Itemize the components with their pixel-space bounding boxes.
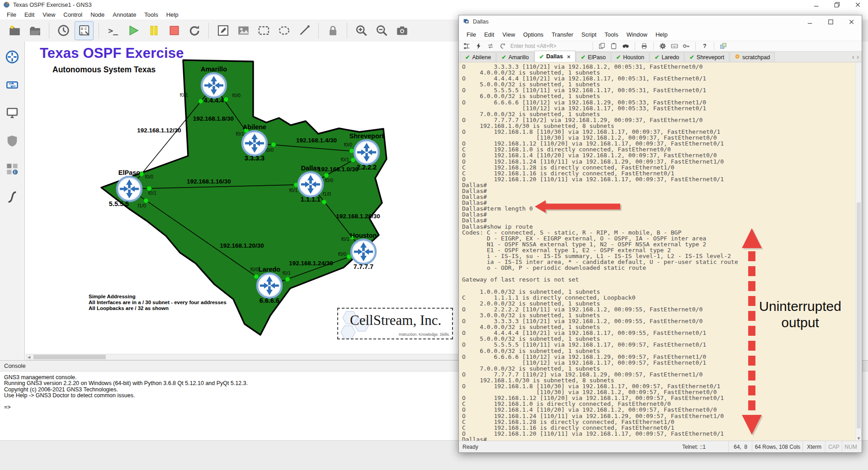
snapshot-button[interactable] xyxy=(54,22,72,40)
stop-all-button[interactable] xyxy=(165,22,183,40)
gns3-menu-control[interactable]: Control xyxy=(59,10,86,19)
session-tab-label: Laredo xyxy=(661,54,679,61)
browse-end-devices-button[interactable] xyxy=(3,104,21,122)
print-button[interactable] xyxy=(640,42,649,51)
keyboard-button[interactable] xyxy=(670,42,679,51)
session-tab-amarillo[interactable]: ✔Amarillo xyxy=(496,52,534,62)
browse-routers-button[interactable] xyxy=(3,48,21,66)
gns3-menu-node[interactable]: Node xyxy=(86,10,108,19)
insert-image-button[interactable] xyxy=(234,22,252,40)
uninterrupted-output-label: Uninterrupted output xyxy=(745,298,855,331)
connected-check-icon: ✔ xyxy=(539,53,544,60)
add-note-button[interactable] xyxy=(214,22,232,40)
paste-button[interactable] xyxy=(609,42,618,51)
browse-switches-button[interactable] xyxy=(3,76,21,94)
topology-subtitle: Autonomous System Texas xyxy=(52,65,156,75)
terminal-menu-window[interactable]: Window xyxy=(623,30,651,39)
tab-scroll-right-icon[interactable]: › xyxy=(857,53,859,61)
terminal-window-title: Dallas xyxy=(473,19,489,25)
browse-security-devices-button[interactable] xyxy=(3,132,21,150)
connected-check-icon: ✔ xyxy=(616,54,621,61)
session-tab-laredo[interactable]: ✔Laredo xyxy=(650,52,684,62)
help-button[interactable]: ? xyxy=(700,42,709,51)
tile-sessions-button[interactable] xyxy=(719,42,728,51)
options-button[interactable] xyxy=(658,42,667,51)
toolbar-separator xyxy=(208,23,209,39)
terminal-output[interactable]: O 3.3.3.3 [110/21] via 192.168.1.2, 00:0… xyxy=(459,62,856,442)
draw-rectangle-button[interactable] xyxy=(255,22,273,40)
zoom-in-button[interactable] xyxy=(352,22,370,40)
gns3-close-icon[interactable] xyxy=(847,0,868,9)
start-all-button[interactable] xyxy=(124,22,142,40)
show-interface-labels-button[interactable]: acb xyxy=(75,21,94,40)
scratchpad-icon xyxy=(735,54,740,61)
terminal-menu-file[interactable]: File xyxy=(462,30,480,39)
gns3-restore-icon[interactable] xyxy=(826,0,847,9)
cellstream-logo: CellStream, Inc. Instruction. Knowledge.… xyxy=(337,308,453,339)
session-tab-houston[interactable]: ✔Houston xyxy=(611,52,649,62)
scroll-left-icon[interactable]: ◀ xyxy=(28,355,30,359)
add-link-button[interactable] xyxy=(3,188,21,206)
gns3-minimize-icon[interactable] xyxy=(806,0,826,9)
tab-scroll-left-icon[interactable]: ‹ xyxy=(852,53,854,61)
zoom-out-button[interactable] xyxy=(373,22,391,40)
session-tab-abilene[interactable]: ✔Abilene xyxy=(460,52,496,62)
gns3-menu-annotate[interactable]: Annotate xyxy=(108,10,140,19)
browse-all-devices-button[interactable]: i xyxy=(3,160,21,178)
terminal-menu-transfer[interactable]: Transfer xyxy=(547,30,577,39)
toolbar-separator xyxy=(695,42,696,50)
tab-close-icon[interactable]: × xyxy=(567,53,571,60)
session-tab-scratchpad[interactable]: scratchpad xyxy=(730,52,775,62)
quick-connect-button[interactable] xyxy=(474,42,483,51)
console-all-button[interactable]: >_ xyxy=(104,22,122,40)
reconnect-button[interactable] xyxy=(486,42,495,51)
terminal-screen[interactable]: O 3.3.3.3 [110/21] via 192.168.1.2, 00:0… xyxy=(459,62,856,442)
terminal-menu-view[interactable]: View xyxy=(498,30,519,39)
lock-items-button[interactable] xyxy=(324,22,342,40)
gns3-menu-file[interactable]: File xyxy=(3,10,20,19)
terminal-toolbar: ? xyxy=(459,41,862,52)
terminal-menu-help[interactable]: Help xyxy=(651,30,672,39)
canvas-h-scroll-thumb[interactable] xyxy=(33,355,106,359)
terminal-menu-tools[interactable]: Tools xyxy=(600,30,622,39)
draw-ellipse-button[interactable] xyxy=(275,22,293,40)
svg-text:>_: >_ xyxy=(108,26,118,35)
session-tab-dallas[interactable]: ✔Dallas× xyxy=(534,51,576,62)
copy-button[interactable] xyxy=(598,42,607,51)
session-tab-shreveport[interactable]: ✔Shreveport xyxy=(684,52,729,62)
gns3-menu-edit[interactable]: Edit xyxy=(20,10,38,19)
terminal-close-icon[interactable] xyxy=(841,15,862,28)
host-input[interactable] xyxy=(509,42,588,51)
gns3-menu-tools[interactable]: Tools xyxy=(140,10,162,19)
gns3-menu-view[interactable]: View xyxy=(38,10,59,19)
terminal-window: Dallas FileEditViewOptionsTransferScript… xyxy=(458,15,862,453)
svg-text:b: b xyxy=(80,31,83,36)
draw-line-button[interactable] xyxy=(295,22,313,40)
terminal-menu-options[interactable]: Options xyxy=(519,30,547,39)
open-project-button[interactable] xyxy=(5,22,24,40)
reload-all-button[interactable] xyxy=(185,22,203,40)
disconnect-button[interactable] xyxy=(498,42,507,51)
terminal-statusbar: Ready Telnet: ::1 64, 8 64 Rows, 108 Col… xyxy=(459,441,862,452)
find-button[interactable] xyxy=(621,42,630,51)
terminal-scrollbar[interactable]: ▼ xyxy=(855,62,862,442)
suspend-all-button[interactable] xyxy=(145,22,163,40)
session-tab-elpaso[interactable]: ✔ElPaso xyxy=(576,52,611,62)
logo-tagline: Instruction. Knowledge. Skills. xyxy=(399,332,450,337)
status-emulation: Xterm xyxy=(802,441,826,452)
scroll-down-icon[interactable]: ▼ xyxy=(856,436,862,441)
gns3-menu-help[interactable]: Help xyxy=(162,10,183,19)
terminal-titlebar[interactable]: Dallas xyxy=(459,15,862,28)
open-recent-button[interactable] xyxy=(26,22,44,40)
session-manager-button[interactable] xyxy=(462,42,472,51)
terminal-maximize-icon[interactable] xyxy=(820,15,841,28)
keymap-button[interactable] xyxy=(682,42,691,51)
toolbar-separator xyxy=(653,42,654,50)
terminal-menu-edit[interactable]: Edit xyxy=(480,30,498,39)
connected-check-icon: ✔ xyxy=(655,54,659,61)
screenshot-button[interactable] xyxy=(393,22,411,40)
screen: Texas OSPF Exercise1 - GNS3 FileEditView… xyxy=(0,0,868,470)
terminal-scroll-thumb[interactable] xyxy=(857,202,861,428)
terminal-minimize-icon[interactable] xyxy=(799,15,820,28)
terminal-menu-script[interactable]: Script xyxy=(577,30,600,39)
